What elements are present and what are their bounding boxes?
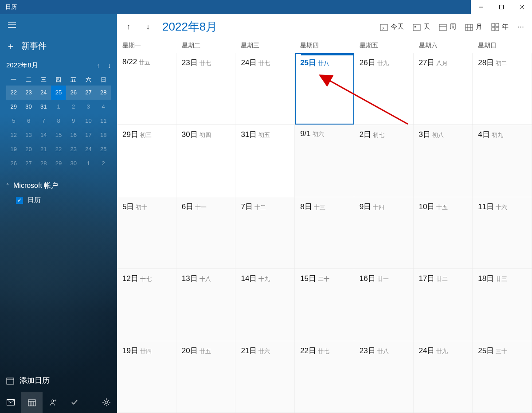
calendar-cell[interactable]: 15日二十	[295, 269, 354, 340]
calendar-cell[interactable]: 27日八月	[414, 53, 473, 125]
calendar-cell[interactable]: 2日初七	[354, 125, 414, 196]
mini-day-cell[interactable]: 25	[51, 86, 66, 100]
mini-day-cell[interactable]: 26	[6, 156, 21, 171]
calendar-cell[interactable]: 25日三十	[473, 341, 532, 413]
calendar-cell[interactable]: 10日十五	[414, 197, 473, 269]
mini-day-cell[interactable]: 29	[51, 156, 66, 171]
calendar-cell[interactable]: 12日十七	[117, 269, 176, 340]
month-title[interactable]: 2022年8月	[162, 19, 217, 35]
mini-day-cell[interactable]: 31	[36, 100, 51, 114]
mini-day-cell[interactable]: 5	[6, 114, 21, 128]
calendar-cell[interactable]: 3日初八	[414, 125, 473, 196]
mini-day-cell[interactable]: 30	[21, 100, 36, 114]
mail-nav-button[interactable]	[0, 392, 21, 413]
mini-day-cell[interactable]: 28	[96, 86, 111, 100]
new-event-button[interactable]: ＋ 新事件	[0, 35, 117, 57]
calendar-cell[interactable]: 5日初十	[117, 197, 176, 269]
calendar-cell[interactable]: 20日廿五	[176, 341, 236, 413]
calendar-cell[interactable]: 7日十二	[235, 197, 295, 269]
mini-day-cell[interactable]: 23	[21, 86, 36, 100]
mini-day-cell[interactable]: 1	[51, 100, 66, 114]
settings-nav-button[interactable]	[96, 392, 117, 413]
calendar-cell[interactable]: 6日十一	[176, 197, 236, 269]
mini-day-cell[interactable]: 12	[6, 128, 21, 142]
mini-day-cell[interactable]: 24	[36, 86, 51, 100]
mini-day-cell[interactable]: 25	[96, 142, 111, 156]
mini-next-button[interactable]: ↓	[108, 62, 111, 69]
mini-day-cell[interactable]: 22	[51, 142, 66, 156]
next-month-button[interactable]: ↓	[141, 22, 155, 31]
mini-day-cell[interactable]: 26	[66, 86, 81, 100]
calendar-cell[interactable]: 26日廿九	[354, 53, 414, 125]
calendar-cell[interactable]: 13日十八	[176, 269, 236, 340]
mini-day-cell[interactable]: 2	[66, 100, 81, 114]
calendar-cell[interactable]: 17日廿二	[414, 269, 473, 340]
mini-day-cell[interactable]: 10	[81, 114, 96, 128]
mini-prev-button[interactable]: ↑	[97, 62, 100, 69]
minimize-button[interactable]	[471, 0, 491, 14]
mini-day-cell[interactable]: 18	[96, 128, 111, 142]
mini-day-cell[interactable]: 11	[96, 114, 111, 128]
mini-day-cell[interactable]: 27	[21, 156, 36, 171]
calendar-checkbox-row[interactable]: ✓ 日历	[6, 191, 111, 204]
mini-day-cell[interactable]: 20	[21, 142, 36, 156]
calendar-cell[interactable]: 31日初五	[235, 125, 295, 196]
people-nav-button[interactable]: +	[43, 392, 64, 413]
mini-day-cell[interactable]: 29	[6, 100, 21, 114]
calendar-cell[interactable]: 22日廿七	[295, 341, 354, 413]
mini-day-cell[interactable]: 16	[66, 128, 81, 142]
mini-day-cell[interactable]: 14	[36, 128, 51, 142]
mini-day-cell[interactable]: 17	[81, 128, 96, 142]
mini-day-cell[interactable]: 4	[96, 100, 111, 114]
mini-day-cell[interactable]: 2	[96, 156, 111, 171]
mini-day-cell[interactable]: 15	[51, 128, 66, 142]
calendar-cell[interactable]: 8/22廿五	[117, 53, 176, 125]
month-view-button[interactable]: 月	[465, 23, 482, 31]
more-button[interactable]: ···	[517, 22, 524, 31]
mini-day-cell[interactable]: 23	[66, 142, 81, 156]
mini-day-cell[interactable]: 24	[81, 142, 96, 156]
mini-day-cell[interactable]: 6	[21, 114, 36, 128]
close-button[interactable]	[512, 0, 532, 14]
calendar-cell[interactable]: 9/1初六	[295, 125, 354, 196]
mini-day-cell[interactable]: 21	[36, 142, 51, 156]
calendar-cell[interactable]: 28日初二	[473, 53, 532, 125]
add-calendar-button[interactable]: 添加日历	[0, 369, 117, 392]
calendar-cell[interactable]: 8日十三	[295, 197, 354, 269]
calendar-cell[interactable]: 18日廿三	[473, 269, 532, 340]
calendar-cell[interactable]: 4日初九	[473, 125, 532, 196]
mini-day-cell[interactable]: 9	[66, 114, 81, 128]
calendar-cell[interactable]: 25日廿八	[295, 53, 354, 125]
calendar-cell[interactable]: 30日初四	[176, 125, 236, 196]
mini-day-cell[interactable]: 27	[81, 86, 96, 100]
mini-day-cell[interactable]: 1	[81, 156, 96, 171]
calendar-cell[interactable]: 24日廿九	[414, 341, 473, 413]
day-view-button[interactable]: 天	[413, 23, 430, 31]
mini-day-cell[interactable]: 19	[6, 142, 21, 156]
mini-day-cell[interactable]: 8	[51, 114, 66, 128]
calendar-cell[interactable]: 9日十四	[354, 197, 414, 269]
calendar-cell[interactable]: 29日初三	[117, 125, 176, 196]
mini-day-cell[interactable]: 30	[66, 156, 81, 171]
mini-day-cell[interactable]: 3	[81, 100, 96, 114]
prev-month-button[interactable]: ↑	[121, 22, 136, 31]
calendar-cell[interactable]: 21日廿六	[235, 341, 295, 413]
hamburger-button[interactable]	[0, 14, 117, 35]
today-button[interactable]: 今天	[380, 23, 404, 31]
calendar-cell[interactable]: 11日十六	[473, 197, 532, 269]
mini-day-cell[interactable]: 22	[6, 86, 21, 100]
calendar-cell[interactable]: 23日廿七	[176, 53, 236, 125]
maximize-button[interactable]	[491, 0, 512, 14]
account-toggle[interactable]: ˄ Microsoft 帐户	[6, 181, 111, 191]
todo-nav-button[interactable]	[64, 392, 85, 413]
calendar-cell[interactable]: 19日廿四	[117, 341, 176, 413]
calendar-cell[interactable]: 14日十九	[235, 269, 295, 340]
calendar-cell[interactable]: 24日廿七	[235, 53, 295, 125]
calendar-cell[interactable]: 23日廿八	[354, 341, 414, 413]
calendar-cell[interactable]: 16日廿一	[354, 269, 414, 340]
mini-day-cell[interactable]: 28	[36, 156, 51, 171]
calendar-nav-button[interactable]	[21, 392, 43, 413]
week-view-button[interactable]: 周	[439, 23, 456, 31]
year-view-button[interactable]: 年	[491, 23, 509, 31]
mini-day-cell[interactable]: 13	[21, 128, 36, 142]
